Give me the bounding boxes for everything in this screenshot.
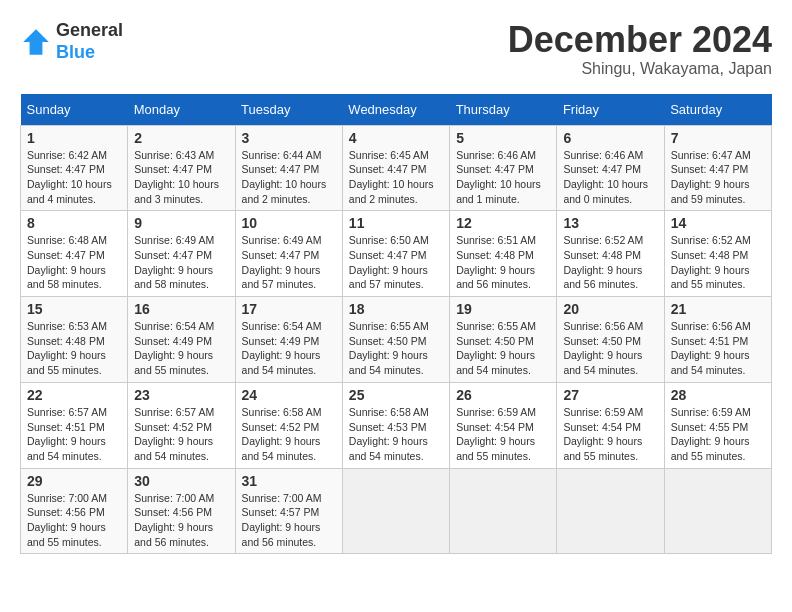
day-info: Sunrise: 6:55 AM Sunset: 4:50 PM Dayligh… <box>456 319 550 378</box>
day-info: Sunrise: 7:00 AM Sunset: 4:56 PM Dayligh… <box>134 491 228 550</box>
day-cell: 5Sunrise: 6:46 AM Sunset: 4:47 PM Daylig… <box>450 125 557 211</box>
day-number: 31 <box>242 473 336 489</box>
header-row: SundayMondayTuesdayWednesdayThursdayFrid… <box>21 94 772 126</box>
day-number: 3 <box>242 130 336 146</box>
day-number: 22 <box>27 387 121 403</box>
header-cell-monday: Monday <box>128 94 235 126</box>
day-cell: 17Sunrise: 6:54 AM Sunset: 4:49 PM Dayli… <box>235 297 342 383</box>
day-cell: 31Sunrise: 7:00 AM Sunset: 4:57 PM Dayli… <box>235 468 342 554</box>
logo-icon <box>20 26 52 58</box>
day-info: Sunrise: 6:54 AM Sunset: 4:49 PM Dayligh… <box>242 319 336 378</box>
day-info: Sunrise: 6:59 AM Sunset: 4:55 PM Dayligh… <box>671 405 765 464</box>
day-cell: 18Sunrise: 6:55 AM Sunset: 4:50 PM Dayli… <box>342 297 449 383</box>
day-cell: 7Sunrise: 6:47 AM Sunset: 4:47 PM Daylig… <box>664 125 771 211</box>
day-cell <box>557 468 664 554</box>
day-cell: 11Sunrise: 6:50 AM Sunset: 4:47 PM Dayli… <box>342 211 449 297</box>
day-info: Sunrise: 6:54 AM Sunset: 4:49 PM Dayligh… <box>134 319 228 378</box>
day-cell <box>450 468 557 554</box>
day-info: Sunrise: 7:00 AM Sunset: 4:57 PM Dayligh… <box>242 491 336 550</box>
day-info: Sunrise: 6:55 AM Sunset: 4:50 PM Dayligh… <box>349 319 443 378</box>
day-number: 13 <box>563 215 657 231</box>
week-row-2: 8Sunrise: 6:48 AM Sunset: 4:47 PM Daylig… <box>21 211 772 297</box>
header-cell-friday: Friday <box>557 94 664 126</box>
day-cell: 26Sunrise: 6:59 AM Sunset: 4:54 PM Dayli… <box>450 382 557 468</box>
day-info: Sunrise: 6:56 AM Sunset: 4:51 PM Dayligh… <box>671 319 765 378</box>
day-cell: 10Sunrise: 6:49 AM Sunset: 4:47 PM Dayli… <box>235 211 342 297</box>
calendar-header: SundayMondayTuesdayWednesdayThursdayFrid… <box>21 94 772 126</box>
day-cell: 13Sunrise: 6:52 AM Sunset: 4:48 PM Dayli… <box>557 211 664 297</box>
title-block: December 2024 Shingu, Wakayama, Japan <box>508 20 772 78</box>
day-info: Sunrise: 6:50 AM Sunset: 4:47 PM Dayligh… <box>349 233 443 292</box>
day-cell: 21Sunrise: 6:56 AM Sunset: 4:51 PM Dayli… <box>664 297 771 383</box>
week-row-3: 15Sunrise: 6:53 AM Sunset: 4:48 PM Dayli… <box>21 297 772 383</box>
day-number: 27 <box>563 387 657 403</box>
day-cell: 14Sunrise: 6:52 AM Sunset: 4:48 PM Dayli… <box>664 211 771 297</box>
week-row-4: 22Sunrise: 6:57 AM Sunset: 4:51 PM Dayli… <box>21 382 772 468</box>
day-number: 9 <box>134 215 228 231</box>
day-cell: 27Sunrise: 6:59 AM Sunset: 4:54 PM Dayli… <box>557 382 664 468</box>
day-cell: 1Sunrise: 6:42 AM Sunset: 4:47 PM Daylig… <box>21 125 128 211</box>
day-number: 21 <box>671 301 765 317</box>
day-cell: 20Sunrise: 6:56 AM Sunset: 4:50 PM Dayli… <box>557 297 664 383</box>
day-number: 16 <box>134 301 228 317</box>
day-info: Sunrise: 6:49 AM Sunset: 4:47 PM Dayligh… <box>242 233 336 292</box>
day-info: Sunrise: 7:00 AM Sunset: 4:56 PM Dayligh… <box>27 491 121 550</box>
day-number: 18 <box>349 301 443 317</box>
day-number: 23 <box>134 387 228 403</box>
day-number: 28 <box>671 387 765 403</box>
day-info: Sunrise: 6:58 AM Sunset: 4:52 PM Dayligh… <box>242 405 336 464</box>
header-cell-sunday: Sunday <box>21 94 128 126</box>
day-cell: 12Sunrise: 6:51 AM Sunset: 4:48 PM Dayli… <box>450 211 557 297</box>
day-cell: 23Sunrise: 6:57 AM Sunset: 4:52 PM Dayli… <box>128 382 235 468</box>
day-number: 30 <box>134 473 228 489</box>
day-info: Sunrise: 6:49 AM Sunset: 4:47 PM Dayligh… <box>134 233 228 292</box>
day-number: 12 <box>456 215 550 231</box>
day-info: Sunrise: 6:44 AM Sunset: 4:47 PM Dayligh… <box>242 148 336 207</box>
day-info: Sunrise: 6:56 AM Sunset: 4:50 PM Dayligh… <box>563 319 657 378</box>
calendar-body: 1Sunrise: 6:42 AM Sunset: 4:47 PM Daylig… <box>21 125 772 554</box>
day-info: Sunrise: 6:52 AM Sunset: 4:48 PM Dayligh… <box>671 233 765 292</box>
day-number: 2 <box>134 130 228 146</box>
day-number: 20 <box>563 301 657 317</box>
day-cell: 8Sunrise: 6:48 AM Sunset: 4:47 PM Daylig… <box>21 211 128 297</box>
day-info: Sunrise: 6:45 AM Sunset: 4:47 PM Dayligh… <box>349 148 443 207</box>
day-number: 29 <box>27 473 121 489</box>
day-number: 14 <box>671 215 765 231</box>
calendar-table: SundayMondayTuesdayWednesdayThursdayFrid… <box>20 94 772 555</box>
day-number: 5 <box>456 130 550 146</box>
day-cell <box>342 468 449 554</box>
day-info: Sunrise: 6:46 AM Sunset: 4:47 PM Dayligh… <box>456 148 550 207</box>
day-number: 10 <box>242 215 336 231</box>
day-info: Sunrise: 6:52 AM Sunset: 4:48 PM Dayligh… <box>563 233 657 292</box>
day-number: 4 <box>349 130 443 146</box>
day-number: 24 <box>242 387 336 403</box>
location: Shingu, Wakayama, Japan <box>508 60 772 78</box>
day-info: Sunrise: 6:58 AM Sunset: 4:53 PM Dayligh… <box>349 405 443 464</box>
day-number: 1 <box>27 130 121 146</box>
header-cell-tuesday: Tuesday <box>235 94 342 126</box>
day-info: Sunrise: 6:48 AM Sunset: 4:47 PM Dayligh… <box>27 233 121 292</box>
day-cell: 9Sunrise: 6:49 AM Sunset: 4:47 PM Daylig… <box>128 211 235 297</box>
day-info: Sunrise: 6:53 AM Sunset: 4:48 PM Dayligh… <box>27 319 121 378</box>
day-info: Sunrise: 6:43 AM Sunset: 4:47 PM Dayligh… <box>134 148 228 207</box>
header-cell-wednesday: Wednesday <box>342 94 449 126</box>
day-number: 19 <box>456 301 550 317</box>
week-row-5: 29Sunrise: 7:00 AM Sunset: 4:56 PM Dayli… <box>21 468 772 554</box>
page-header: General Blue December 2024 Shingu, Wakay… <box>20 20 772 78</box>
day-cell: 30Sunrise: 7:00 AM Sunset: 4:56 PM Dayli… <box>128 468 235 554</box>
day-cell: 25Sunrise: 6:58 AM Sunset: 4:53 PM Dayli… <box>342 382 449 468</box>
day-number: 8 <box>27 215 121 231</box>
week-row-1: 1Sunrise: 6:42 AM Sunset: 4:47 PM Daylig… <box>21 125 772 211</box>
day-info: Sunrise: 6:42 AM Sunset: 4:47 PM Dayligh… <box>27 148 121 207</box>
day-cell: 3Sunrise: 6:44 AM Sunset: 4:47 PM Daylig… <box>235 125 342 211</box>
day-cell: 4Sunrise: 6:45 AM Sunset: 4:47 PM Daylig… <box>342 125 449 211</box>
day-cell: 15Sunrise: 6:53 AM Sunset: 4:48 PM Dayli… <box>21 297 128 383</box>
day-info: Sunrise: 6:46 AM Sunset: 4:47 PM Dayligh… <box>563 148 657 207</box>
day-cell: 2Sunrise: 6:43 AM Sunset: 4:47 PM Daylig… <box>128 125 235 211</box>
day-cell: 29Sunrise: 7:00 AM Sunset: 4:56 PM Dayli… <box>21 468 128 554</box>
svg-marker-0 <box>23 29 49 55</box>
header-cell-saturday: Saturday <box>664 94 771 126</box>
day-number: 26 <box>456 387 550 403</box>
logo: General Blue <box>20 20 123 63</box>
day-number: 15 <box>27 301 121 317</box>
